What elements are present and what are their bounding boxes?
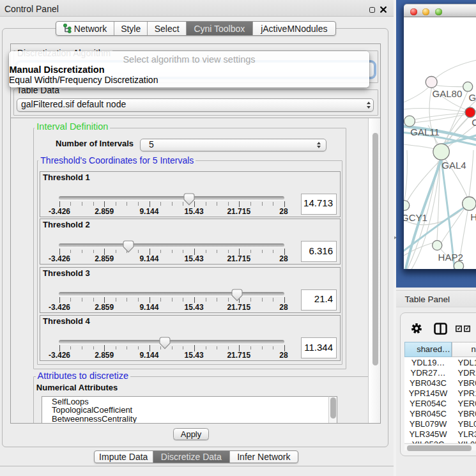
svg-text:H: H <box>470 211 476 222</box>
svg-text:C: C <box>472 117 476 128</box>
svg-text:GAL4: GAL4 <box>441 160 466 171</box>
svg-text:GCY1: GCY1 <box>404 212 427 223</box>
svg-text:GA: GA <box>469 92 476 103</box>
svg-text:GAL11: GAL11 <box>410 127 440 137</box>
svg-text:HAP2: HAP2 <box>438 252 463 263</box>
svg-text:GAL80: GAL80 <box>433 88 463 99</box>
